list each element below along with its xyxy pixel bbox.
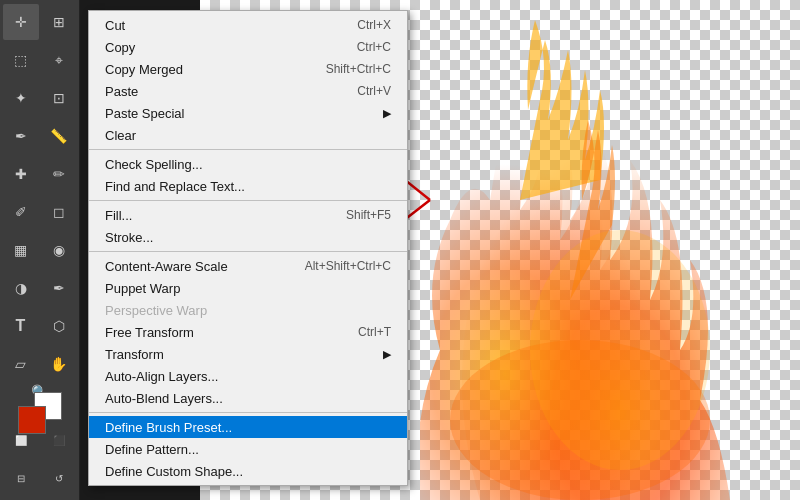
context-menu: CutCtrl+XCopyCtrl+CCopy MergedShift+Ctrl… [88,10,408,486]
menu-item-label-find-replace: Find and Replace Text... [105,179,391,194]
menu-item-auto-align-layers[interactable]: Auto-Align Layers... [89,365,407,387]
menu-item-define-brush-preset[interactable]: Define Brush Preset... [89,416,407,438]
menu-item-label-define-brush-preset: Define Brush Preset... [105,420,391,435]
tool-group-type: T ⬡ [3,308,77,344]
menu-item-label-paste-special: Paste Special [105,106,375,121]
menu-item-stroke[interactable]: Stroke... [89,226,407,248]
quick-mask-on[interactable]: ⬛ [41,422,77,458]
menu-item-label-free-transform: Free Transform [105,325,338,340]
menu-item-label-copy: Copy [105,40,337,55]
menu-separator [89,412,407,413]
eraser-tool[interactable]: ◻ [41,194,77,230]
menu-separator [89,149,407,150]
menu-item-label-fill: Fill... [105,208,326,223]
shape-tool[interactable]: ▱ [3,346,39,382]
ruler-tool[interactable]: 📏 [41,118,77,154]
menu-separator [89,251,407,252]
menu-item-cut[interactable]: CutCtrl+X [89,14,407,36]
clone-tool[interactable]: ✐ [3,194,39,230]
tool-group-screen: ⊟ ↺ [3,460,77,496]
menu-item-label-auto-align-layers: Auto-Align Layers... [105,369,391,384]
tool-group-gradient: ▦ ◉ [3,232,77,268]
menu-item-paste-special[interactable]: Paste Special▶ [89,102,407,124]
menu-item-check-spelling[interactable]: Check Spelling... [89,153,407,175]
hand-tool[interactable]: ✋ [41,346,77,382]
menu-item-label-auto-blend-layers: Auto-Blend Layers... [105,391,391,406]
menu-item-shortcut-paste: Ctrl+V [357,84,391,98]
tool-group-healing: ✚ ✏ [3,156,77,192]
menu-item-label-check-spelling: Check Spelling... [105,157,391,172]
lasso-tool[interactable]: ⌖ [41,42,77,78]
menu-item-shortcut-free-transform: Ctrl+T [358,325,391,339]
eyedropper-tool[interactable]: ✒ [3,118,39,154]
tool-group-clone: ✐ ◻ [3,194,77,230]
move-tool[interactable]: ✛ [3,4,39,40]
artboard-tool[interactable]: ⊞ [41,4,77,40]
svg-point-1 [530,230,710,470]
blur-tool[interactable]: ◉ [41,232,77,268]
brush-tool[interactable]: ✏ [41,156,77,192]
menu-item-label-stroke: Stroke... [105,230,391,245]
menu-item-content-aware-scale[interactable]: Content-Aware ScaleAlt+Shift+Ctrl+C [89,255,407,277]
menu-item-find-replace[interactable]: Find and Replace Text... [89,175,407,197]
menu-item-shortcut-cut: Ctrl+X [357,18,391,32]
menu-item-copy-merged[interactable]: Copy MergedShift+Ctrl+C [89,58,407,80]
menu-item-arrow-paste-special: ▶ [383,107,391,120]
menu-item-label-cut: Cut [105,18,337,33]
menu-item-label-paste: Paste [105,84,337,99]
menu-item-shortcut-copy-merged: Shift+Ctrl+C [326,62,391,76]
crop-tool[interactable]: ⊡ [41,80,77,116]
tool-group-move: ✛ ⊞ [3,4,77,40]
quick-mask-off[interactable]: ⬜ [3,422,39,458]
tool-group-measure: ✒ 📏 [3,118,77,154]
menu-item-clear[interactable]: Clear [89,124,407,146]
marquee-tool[interactable]: ⬚ [3,42,39,78]
menu-item-free-transform[interactable]: Free TransformCtrl+T [89,321,407,343]
menu-item-arrow-transform: ▶ [383,348,391,361]
menu-item-define-custom-shape[interactable]: Define Custom Shape... [89,460,407,482]
menu-item-shortcut-content-aware-scale: Alt+Shift+Ctrl+C [305,259,391,273]
toolbar: ✛ ⊞ ⬚ ⌖ ✦ ⊡ ✒ 📏 ✚ ✏ ✐ ◻ ▦ ◉ ◑ ✒ T ⬡ ▱ ✋ … [0,0,80,500]
menu-item-define-pattern[interactable]: Define Pattern... [89,438,407,460]
tool-group-wand: ✦ ⊡ [3,80,77,116]
menu-item-copy[interactable]: CopyCtrl+C [89,36,407,58]
tool-group-select: ⬚ ⌖ [3,42,77,78]
menu-item-paste[interactable]: PasteCtrl+V [89,80,407,102]
menu-item-label-define-custom-shape: Define Custom Shape... [105,464,391,479]
menu-item-label-define-pattern: Define Pattern... [105,442,391,457]
menu-separator [89,200,407,201]
menu-item-auto-blend-layers[interactable]: Auto-Blend Layers... [89,387,407,409]
menu-item-label-content-aware-scale: Content-Aware Scale [105,259,285,274]
menu-item-label-copy-merged: Copy Merged [105,62,306,77]
menu-item-transform[interactable]: Transform▶ [89,343,407,365]
gradient-tool[interactable]: ▦ [3,232,39,268]
menu-item-fill[interactable]: Fill...Shift+F5 [89,204,407,226]
menu-item-shortcut-copy: Ctrl+C [357,40,391,54]
menu-item-label-perspective-warp: Perspective Warp [105,303,391,318]
menu-item-label-puppet-warp: Puppet Warp [105,281,391,296]
type-tool[interactable]: T [3,308,39,344]
healing-tool[interactable]: ✚ [3,156,39,192]
menu-item-puppet-warp[interactable]: Puppet Warp [89,277,407,299]
menu-item-label-transform: Transform [105,347,375,362]
rotate-view[interactable]: ↺ [41,460,77,496]
magic-wand-tool[interactable]: ✦ [3,80,39,116]
path-tool[interactable]: ⬡ [41,308,77,344]
color-swatches[interactable] [18,406,62,420]
tool-group-shape: ▱ ✋ [3,346,77,382]
menu-item-perspective-warp: Perspective Warp [89,299,407,321]
tool-group-dodge: ◑ ✒ [3,270,77,306]
menu-item-shortcut-fill: Shift+F5 [346,208,391,222]
dodge-tool[interactable]: ◑ [3,270,39,306]
pen-tool[interactable]: ✒ [41,270,77,306]
screen-mode[interactable]: ⊟ [3,460,39,496]
menu-item-label-clear: Clear [105,128,391,143]
